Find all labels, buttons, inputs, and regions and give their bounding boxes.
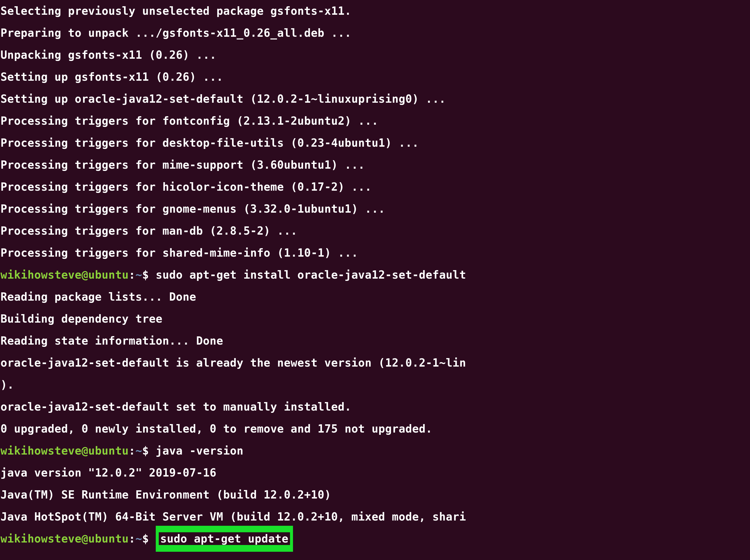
output-line: oracle-java12-set-default set to manuall… [0, 396, 750, 418]
command-text[interactable]: sudo apt-get update [159, 532, 290, 545]
prompt-line: wikihowsteve@ubuntu:~$ sudo apt-get inst… [0, 264, 750, 286]
prompt-path: ~ [136, 444, 142, 457]
output-line: Selecting previously unselected package … [0, 0, 750, 22]
prompt-colon: : [129, 532, 136, 545]
command-text[interactable]: sudo apt-get install oracle-java12-set-d… [156, 268, 466, 281]
highlighted-command-callout: sudo apt-get update [156, 526, 293, 552]
output-line: Java(TM) SE Runtime Environment (build 1… [0, 484, 750, 506]
prompt-dollar: $ [142, 268, 149, 281]
output-line: java version "12.0.2" 2019-07-16 [0, 462, 750, 484]
output-line: Processing triggers for hicolor-icon-the… [0, 176, 750, 198]
output-line: oracle-java12-set-default is already the… [0, 352, 750, 374]
output-line: Building dependency tree [0, 308, 750, 330]
prompt-user-host: wikihowsteve@ubuntu [0, 444, 129, 457]
terminal-window[interactable]: Selecting previously unselected package … [0, 0, 750, 560]
output-line: Reading package lists... Done [0, 286, 750, 308]
prompt-dollar: $ [142, 532, 149, 545]
output-line: Processing triggers for fontconfig (2.13… [0, 110, 750, 132]
output-line: Setting up gsfonts-x11 (0.26) ... [0, 66, 750, 88]
output-line: Processing triggers for man-db (2.8.5-2)… [0, 220, 750, 242]
prompt-user-host: wikihowsteve@ubuntu [0, 532, 129, 545]
output-line: Processing triggers for shared-mime-info… [0, 242, 750, 264]
output-line: Unpacking gsfonts-x11 (0.26) ... [0, 44, 750, 66]
prompt-colon: : [129, 268, 136, 281]
output-line: Setting up oracle-java12-set-default (12… [0, 88, 750, 110]
output-line: ). [0, 374, 750, 396]
prompt-path: ~ [136, 532, 142, 545]
output-line: Java HotSpot(TM) 64-Bit Server VM (build… [0, 506, 750, 528]
prompt-path: ~ [136, 268, 142, 281]
output-line: Processing triggers for mime-support (3.… [0, 154, 750, 176]
prompt-line: wikihowsteve@ubuntu:~$ sudo apt-get upda… [0, 528, 750, 550]
output-line: 0 upgraded, 0 newly installed, 0 to remo… [0, 418, 750, 440]
prompt-dollar: $ [142, 444, 149, 457]
prompt-line: wikihowsteve@ubuntu:~$ java -version [0, 440, 750, 462]
output-line: Processing triggers for gnome-menus (3.3… [0, 198, 750, 220]
output-line: Reading state information... Done [0, 330, 750, 352]
command-text[interactable]: java -version [156, 444, 243, 457]
output-line: Preparing to unpack .../gsfonts-x11_0.26… [0, 22, 750, 44]
prompt-colon: : [129, 444, 136, 457]
output-line: Processing triggers for desktop-file-uti… [0, 132, 750, 154]
prompt-user-host: wikihowsteve@ubuntu [0, 268, 129, 281]
